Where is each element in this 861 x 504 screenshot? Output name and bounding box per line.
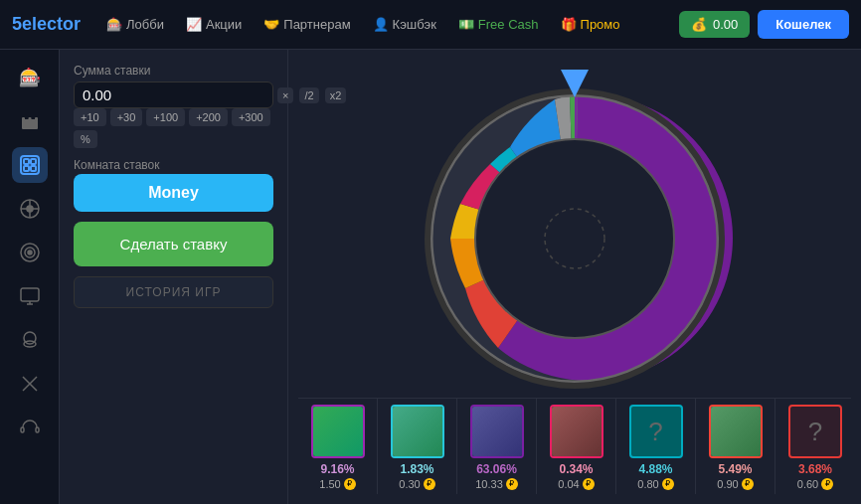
player-card-p2[interactable]: 1.83%0.30₽ xyxy=(378,399,457,494)
svg-rect-2 xyxy=(28,117,31,121)
player-percent: 9.16% xyxy=(320,462,354,476)
player-card-p5[interactable]: ?4.88%0.80₽ xyxy=(616,399,696,494)
svg-rect-1 xyxy=(22,117,25,121)
nav-cashback[interactable]: 👤 Кэшбэк xyxy=(365,13,444,36)
player-bet-amount: 10.33 xyxy=(475,478,503,490)
nav-freecash[interactable]: 💵 Free Cash xyxy=(450,13,547,36)
main-layout: 🎰 Сумма ставки × xyxy=(0,50,861,504)
sidebar-item-dice[interactable] xyxy=(12,191,48,227)
player-percent: 0.34% xyxy=(559,462,593,476)
quick-btn-300[interactable]: +300 xyxy=(232,108,270,126)
coin-icon: ₽ xyxy=(506,478,518,490)
player-card-p1[interactable]: 9.16%1.50₽ xyxy=(298,399,378,494)
bet-input-row: × /2 x2 xyxy=(74,82,273,108)
quick-btn-percent[interactable]: % xyxy=(74,130,97,148)
quick-btn-100[interactable]: +100 xyxy=(146,108,185,126)
nav-promo[interactable]: 🎁 Промо xyxy=(553,13,628,36)
player-card-p3[interactable]: 63.06%10.33₽ xyxy=(457,399,537,494)
player-bet: 0.04₽ xyxy=(558,478,594,490)
nav-partners[interactable]: 🤝 Партнерам xyxy=(256,13,358,36)
sidebar-item-target[interactable] xyxy=(12,235,48,270)
coin-icon: ₽ xyxy=(662,478,674,490)
quick-bet-buttons: +10 +30 +100 +200 +300 % xyxy=(74,108,273,148)
player-percent: 1.83% xyxy=(400,462,433,476)
player-percent: 4.88% xyxy=(638,462,672,476)
bet-panel: Сумма ставки × /2 x2 +10 +30 +100 +200 +… xyxy=(60,50,288,504)
svg-rect-23 xyxy=(21,427,24,432)
logo-highlight: 5 xyxy=(12,14,22,34)
player-avatar xyxy=(311,405,365,458)
player-bet-amount: 0.80 xyxy=(637,478,658,490)
sidebar-item-slots[interactable]: 🎰 xyxy=(12,60,48,95)
partners-icon: 🤝 xyxy=(263,17,279,32)
sidebar-item-coins[interactable] xyxy=(12,322,48,358)
coin-icon: ₽ xyxy=(742,478,754,490)
nav-lobby[interactable]: 🎰 Лобби xyxy=(98,13,172,36)
sidebar-item-monitor[interactable] xyxy=(12,278,48,314)
promo-icon: 🎁 xyxy=(561,17,577,32)
logo: 5elector xyxy=(12,14,81,35)
question-mark-icon: ? xyxy=(648,417,662,447)
nav-stocks[interactable]: 📈 Акции xyxy=(178,13,250,36)
player-card-p7[interactable]: ?3.68%0.60₽ xyxy=(775,399,851,494)
stocks-icon: 📈 xyxy=(186,17,202,32)
room-select-button[interactable]: Money xyxy=(74,174,273,212)
freecash-icon: 💵 xyxy=(458,17,474,32)
question-mark-icon: ? xyxy=(808,417,822,447)
player-bet: 0.90₽ xyxy=(717,478,753,490)
svg-point-15 xyxy=(28,251,32,254)
quick-btn-30[interactable]: +30 xyxy=(110,108,143,126)
wheel-pointer xyxy=(561,70,589,97)
player-avatar xyxy=(391,405,444,458)
balance-area: 💰 0.00 Кошелек xyxy=(679,10,849,39)
svg-rect-3 xyxy=(35,117,38,121)
history-button[interactable]: ИСТОРИЯ ИГР xyxy=(74,276,273,308)
player-bet: 0.80₽ xyxy=(637,478,673,490)
player-avatar: ? xyxy=(788,405,842,458)
balance-icon: 💰 xyxy=(691,17,707,32)
coin-icon: ₽ xyxy=(424,478,435,490)
player-percent: 5.49% xyxy=(718,462,752,476)
svg-rect-16 xyxy=(21,288,39,301)
player-avatar xyxy=(709,405,763,458)
coin-icon: ₽ xyxy=(821,478,833,490)
player-bet-amount: 0.90 xyxy=(717,478,738,490)
player-bet: 0.30₽ xyxy=(399,478,434,490)
coin-icon: ₽ xyxy=(344,478,356,490)
wallet-button[interactable]: Кошелек xyxy=(758,10,849,39)
slots-icon: 🎰 xyxy=(106,17,122,32)
sidebar-item-support[interactable] xyxy=(12,410,48,445)
player-avatar: ? xyxy=(629,405,683,458)
sidebar-item-wheel[interactable] xyxy=(12,147,48,183)
player-bet: 10.33₽ xyxy=(475,478,518,490)
player-percent: 63.06% xyxy=(476,462,517,476)
player-bet-amount: 0.04 xyxy=(558,478,579,490)
player-bet-amount: 0.30 xyxy=(399,478,420,490)
player-card-p6[interactable]: 5.49%0.90₽ xyxy=(696,399,775,494)
player-card-p4[interactable]: 0.34%0.04₽ xyxy=(537,399,616,494)
players-row: 9.16%1.50₽1.83%0.30₽63.06%10.33₽0.34%0.0… xyxy=(298,398,851,494)
svg-rect-5 xyxy=(24,159,29,164)
place-bet-button[interactable]: Сделать ставку xyxy=(74,222,273,266)
svg-rect-8 xyxy=(31,166,36,171)
sidebar-item-swords[interactable] xyxy=(12,366,48,402)
quick-btn-200[interactable]: +200 xyxy=(189,108,228,126)
stake-input[interactable] xyxy=(83,86,271,103)
player-bet-amount: 0.60 xyxy=(797,478,818,490)
room-section: Комната ставок Money xyxy=(74,158,273,212)
balance-button[interactable]: 💰 0.00 xyxy=(679,11,750,38)
svg-rect-7 xyxy=(24,166,29,171)
player-avatar xyxy=(550,405,603,458)
sidebar-item-castle[interactable] xyxy=(12,103,48,139)
cashback-icon: 👤 xyxy=(373,17,389,32)
sidebar: 🎰 xyxy=(0,50,60,504)
game-area: 9.16%1.50₽1.83%0.30₽63.06%10.33₽0.34%0.0… xyxy=(288,50,861,504)
stake-label: Сумма ставки xyxy=(74,64,273,78)
top-navigation: 5elector 🎰 Лобби 📈 Акции 🤝 Партнерам 👤 К… xyxy=(0,0,861,50)
player-bet: 1.50₽ xyxy=(319,478,355,490)
player-percent: 3.68% xyxy=(798,462,832,476)
player-avatar xyxy=(470,405,524,458)
svg-rect-6 xyxy=(31,159,36,164)
quick-btn-10[interactable]: +10 xyxy=(74,108,106,126)
wheel-container xyxy=(416,80,734,398)
